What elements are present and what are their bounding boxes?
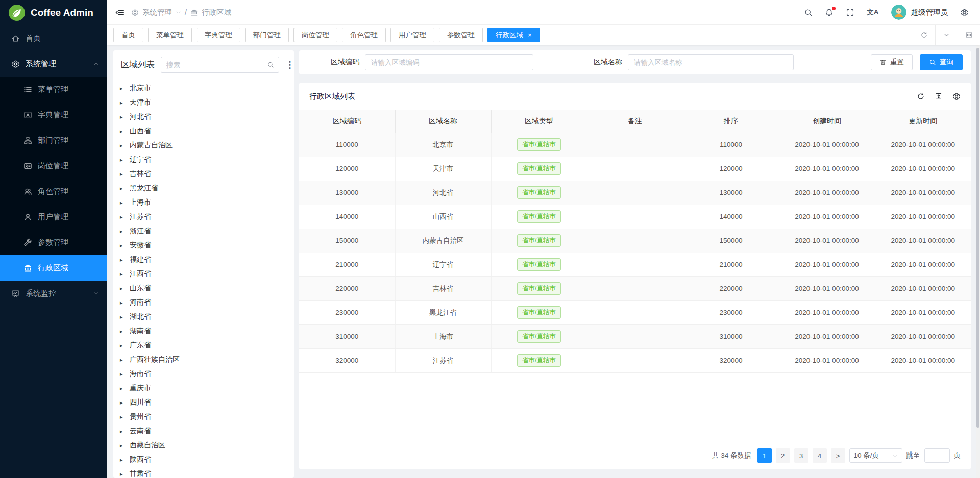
tree-node[interactable]: ▸ 安徽省 — [120, 238, 294, 253]
caret-right-icon[interactable]: ▸ — [120, 228, 125, 235]
sidebar-item[interactable]: 行政区域 — [0, 255, 107, 281]
tree-node[interactable]: ▸ 天津市 — [120, 95, 294, 110]
menu-fold-icon[interactable] — [115, 8, 124, 17]
table-row[interactable]: 120000 天津市 省市/直辖市 120000 2020-10-01 00:0… — [299, 157, 971, 181]
tree-node[interactable]: ▸ 内蒙古自治区 — [120, 138, 294, 153]
refresh-table-icon[interactable] — [917, 92, 925, 100]
tree-node[interactable]: ▸ 云南省 — [120, 424, 294, 438]
caret-right-icon[interactable]: ▸ — [120, 357, 125, 363]
page-tab[interactable]: 首页 — [113, 28, 143, 42]
row-density-icon[interactable] — [935, 92, 943, 100]
caret-right-icon[interactable]: ▸ — [120, 414, 125, 420]
caret-right-icon[interactable]: ▸ — [120, 142, 125, 149]
sidebar-item[interactable]: 用户管理 — [0, 204, 107, 230]
bell-icon[interactable] — [825, 8, 834, 17]
tab-close-icon[interactable]: × — [528, 32, 532, 38]
caret-right-icon[interactable]: ▸ — [120, 471, 125, 477]
table-column-header[interactable]: 区域类型 — [491, 110, 587, 133]
tree-node[interactable]: ▸ 河南省 — [120, 295, 294, 310]
caret-right-icon[interactable]: ▸ — [120, 199, 125, 206]
page-button[interactable]: 2 — [776, 448, 790, 463]
page-tab[interactable]: 用户管理 — [390, 28, 434, 42]
tree-node[interactable]: ▸ 黑龙江省 — [120, 181, 294, 195]
caret-right-icon[interactable]: ▸ — [120, 342, 125, 349]
breadcrumb-parent[interactable]: 系统管理 — [142, 8, 172, 17]
page-button[interactable]: > — [831, 448, 845, 463]
caret-right-icon[interactable]: ▸ — [120, 385, 125, 392]
chevron-down-icon[interactable] — [176, 10, 181, 15]
caret-right-icon[interactable]: ▸ — [120, 399, 125, 406]
caret-right-icon[interactable]: ▸ — [120, 257, 125, 263]
tree-node[interactable]: ▸ 广东省 — [120, 338, 294, 353]
maximize-content-icon[interactable] — [958, 25, 980, 45]
tree-node[interactable]: ▸ 上海市 — [120, 195, 294, 210]
code-input[interactable] — [365, 54, 533, 70]
page-button[interactable]: 3 — [794, 448, 808, 463]
page-tab[interactable]: 字典管理 — [197, 28, 240, 42]
fullscreen-icon[interactable] — [846, 8, 854, 17]
tree-node[interactable]: ▸ 广西壮族自治区 — [120, 353, 294, 367]
table-row[interactable]: 210000 辽宁省 省市/直辖市 210000 2020-10-01 00:0… — [299, 253, 971, 276]
sidebar-item[interactable]: 部门管理 — [0, 128, 107, 153]
table-column-header[interactable]: 创建时间 — [779, 110, 875, 133]
caret-right-icon[interactable]: ▸ — [120, 242, 125, 249]
sidebar-item[interactable]: 菜单管理 — [0, 77, 107, 102]
tab-menu-chevron-icon[interactable] — [935, 25, 958, 45]
tree-node[interactable]: ▸ 河北省 — [120, 110, 294, 124]
name-input[interactable] — [628, 54, 794, 70]
translate-icon[interactable]: 文A — [867, 8, 878, 17]
tree-node[interactable]: ▸ 重庆市 — [120, 381, 294, 395]
sidebar-item[interactable]: 角色管理 — [0, 179, 107, 204]
tree-node[interactable]: ▸ 山东省 — [120, 281, 294, 295]
caret-right-icon[interactable]: ▸ — [120, 285, 125, 292]
caret-right-icon[interactable]: ▸ — [120, 128, 125, 135]
caret-right-icon[interactable]: ▸ — [120, 171, 125, 178]
sidebar-item[interactable]: 岗位管理 — [0, 153, 107, 179]
table-column-header[interactable]: 备注 — [587, 110, 683, 133]
caret-right-icon[interactable]: ▸ — [120, 314, 125, 320]
page-tab[interactable]: 角色管理 — [342, 28, 386, 42]
refresh-tab-icon[interactable] — [913, 25, 935, 45]
caret-right-icon[interactable]: ▸ — [120, 457, 125, 463]
settings-gear-icon[interactable] — [960, 8, 969, 17]
tree-node[interactable]: ▸ 西藏自治区 — [120, 438, 294, 452]
tree-node[interactable]: ▸ 辽宁省 — [120, 153, 294, 167]
caret-right-icon[interactable]: ▸ — [120, 185, 125, 192]
table-row[interactable]: 130000 河北省 省市/直辖市 130000 2020-10-01 00:0… — [299, 181, 971, 205]
tree-node[interactable]: ▸ 浙江省 — [120, 224, 294, 238]
caret-right-icon[interactable]: ▸ — [120, 114, 125, 120]
tree-node[interactable]: ▸ 北京市 — [120, 81, 294, 95]
table-column-header[interactable]: 排序 — [683, 110, 779, 133]
table-row[interactable]: 150000 内蒙古自治区 省市/直辖市 150000 2020-10-01 0… — [299, 229, 971, 253]
page-scrollbar[interactable] — [976, 45, 980, 478]
tree-node[interactable]: ▸ 甘肃省 — [120, 467, 294, 478]
tree-node[interactable]: ▸ 陕西省 — [120, 452, 294, 467]
sidebar-item[interactable]: 系统管理 — [0, 51, 107, 77]
kebab-menu-icon[interactable]: ⋮ — [285, 60, 294, 69]
table-row[interactable]: 310000 上海市 省市/直辖市 310000 2020-10-01 00:0… — [299, 324, 971, 348]
search-icon[interactable] — [804, 8, 813, 17]
table-row[interactable]: 140000 山西省 省市/直辖市 140000 2020-10-01 00:0… — [299, 205, 971, 229]
tree-node[interactable]: ▸ 贵州省 — [120, 410, 294, 424]
caret-right-icon[interactable]: ▸ — [120, 99, 125, 106]
table-column-header[interactable]: 更新时间 — [875, 110, 971, 133]
table-column-header[interactable]: 区域编码 — [299, 110, 395, 133]
table-row[interactable]: 320000 江苏省 省市/直辖市 320000 2020-10-01 00:0… — [299, 348, 971, 372]
table-row[interactable]: 220000 吉林省 省市/直辖市 220000 2020-10-01 00:0… — [299, 276, 971, 300]
sidebar-item[interactable]: 系统监控 — [0, 281, 107, 306]
reset-button[interactable]: 重置 — [871, 54, 913, 70]
sidebar-item[interactable]: 首页 — [0, 26, 107, 51]
page-tab[interactable]: 参数管理 — [439, 28, 483, 42]
tree-node[interactable]: ▸ 福建省 — [120, 253, 294, 267]
page-tab[interactable]: 岗位管理 — [293, 28, 337, 42]
tree-node[interactable]: ▸ 山西省 — [120, 124, 294, 138]
caret-right-icon[interactable]: ▸ — [120, 214, 125, 220]
scrollbar-thumb[interactable] — [976, 48, 979, 428]
user-menu[interactable]: 超级管理员 — [891, 5, 948, 20]
tree-node[interactable]: ▸ 江苏省 — [120, 210, 294, 224]
page-button[interactable]: 4 — [813, 448, 827, 463]
sidebar-item[interactable]: 参数管理 — [0, 230, 107, 255]
tree-search-input[interactable] — [161, 57, 262, 73]
tree-node[interactable]: ▸ 四川省 — [120, 395, 294, 410]
table-row[interactable]: 110000 北京市 省市/直辖市 110000 2020-10-01 00:0… — [299, 133, 971, 157]
